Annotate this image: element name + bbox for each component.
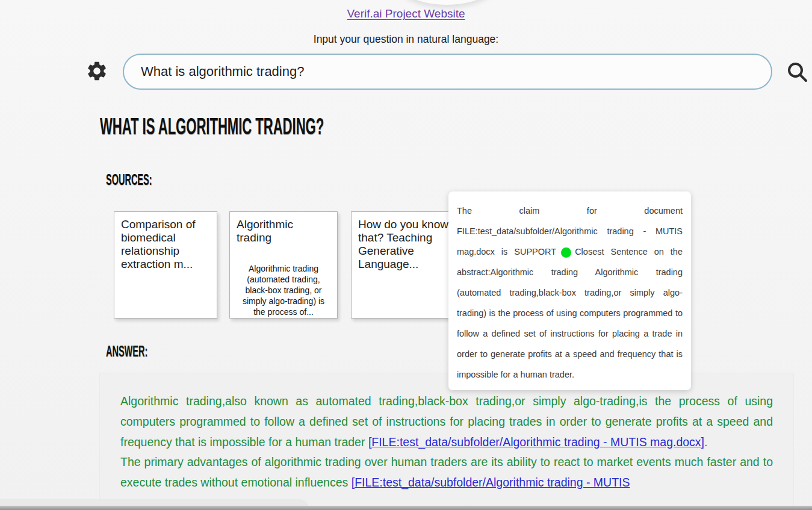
source-card-title: Comparison of biomedical relationship ex…	[121, 218, 210, 271]
answer-text: .	[704, 435, 707, 449]
support-status-dot-icon	[561, 247, 571, 258]
answer-panel: Algorithmic trading,also known as automa…	[100, 373, 793, 510]
settings-button[interactable]	[85, 60, 108, 82]
source-card-snippet: Algorithmic trading (automated trading, …	[237, 263, 330, 317]
site-website-link[interactable]: Verif.ai Project Website	[0, 7, 812, 20]
source-card-biomedical[interactable]: Comparison of biomedical relationship ex…	[114, 211, 217, 319]
source-card-title: How do you know that? Teaching Generativ…	[358, 218, 452, 271]
page: Verif.ai Project Website Input your ques…	[0, 0, 812, 510]
source-file-link[interactable]: [FILE:test_data/subfolder/Algorithmic tr…	[352, 476, 630, 489]
source-file-link[interactable]: [FILE:test_data/subfolder/Algorithmic tr…	[368, 435, 704, 449]
gear-icon	[85, 74, 108, 84]
page-title: WHAT IS ALGORITHMIC TRADING?	[100, 114, 324, 140]
horizontal-scrollbar[interactable]	[0, 506, 812, 510]
source-card-algorithmic-trading[interactable]: Algorithmic trading Algorithmic trading …	[229, 211, 338, 319]
tooltip-text-after: Closest Sentence on the abstract:Algorit…	[457, 247, 683, 379]
search-button[interactable]	[785, 60, 809, 84]
site-logo	[394, 0, 500, 5]
answer-paragraph: Algorithmic trading,also known as automa…	[120, 391, 773, 452]
source-card-generative-language[interactable]: How do you know that? Teaching Generativ…	[351, 211, 459, 319]
claim-verification-tooltip: The claim for document FILE:test_data/su…	[448, 191, 691, 390]
question-input[interactable]	[123, 54, 772, 90]
search-icon	[785, 75, 809, 86]
answer-label: ANSWER:	[106, 343, 147, 360]
sources-label: SOURCES:	[106, 171, 152, 188]
question-prompt-label: Input your question in natural language:	[0, 33, 812, 46]
source-card-title: Algorithmic trading	[237, 218, 330, 244]
answer-paragraph: The primary advantages of algorithmic tr…	[120, 452, 773, 493]
